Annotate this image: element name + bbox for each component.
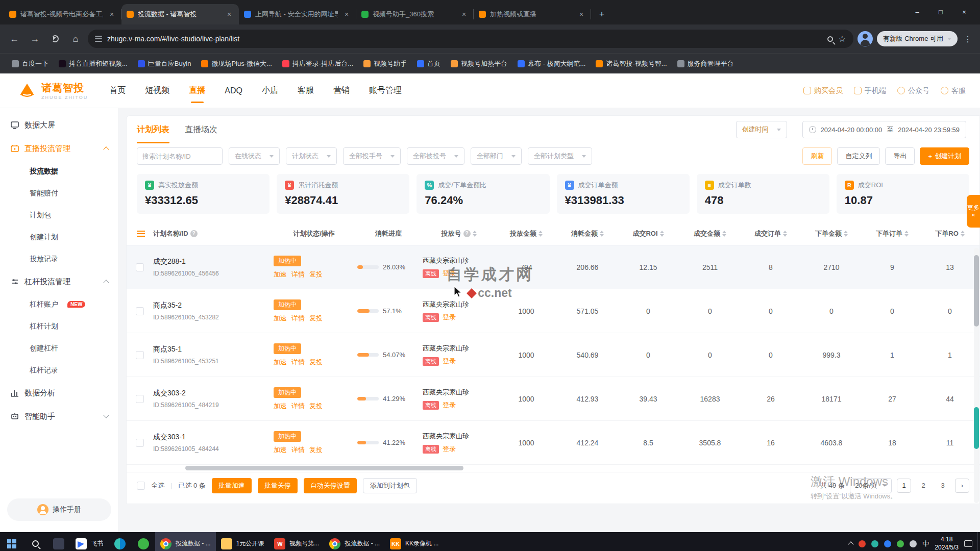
sort-icon[interactable]	[600, 231, 604, 237]
taskbar-app-wps[interactable]: W视频号第...	[269, 532, 324, 551]
taskbar-app-chrome-2[interactable]: 投流数据 - ...	[324, 532, 385, 551]
create-plan-button[interactable]: +创建计划	[920, 147, 969, 165]
browser-tab-active[interactable]: 投流数据 - 诸葛智投 ×	[121, 4, 239, 24]
info-icon[interactable]: ?	[190, 230, 198, 237]
bookmark[interactable]: 幕布 - 极简大纲笔...	[513, 57, 590, 71]
login-link[interactable]: 登录	[443, 444, 456, 454]
bookmark[interactable]: 百度一下	[7, 57, 53, 71]
detail-link[interactable]: 详情	[291, 402, 305, 411]
maximize-button[interactable]: □	[929, 3, 952, 20]
customer-service-link[interactable]: 客服	[941, 86, 966, 95]
bookmark[interactable]: 抖音直播和短视频...	[54, 57, 132, 71]
table-row[interactable]: 成交303-1ID:5896261005_484244 加热中加速详情复投 41…	[127, 421, 979, 465]
url-text[interactable]: zhuge.v-ma.com/#/live-studio/live-plan/l…	[107, 35, 822, 43]
bookmark[interactable]: 诸葛智投-视频号智...	[591, 57, 671, 71]
official-account-link[interactable]: 公众号	[897, 86, 929, 95]
re-invest-link[interactable]: 复投	[309, 270, 323, 279]
target-account-select[interactable]: 全部被投号	[407, 147, 464, 165]
plan-name[interactable]: 成交288-1	[153, 257, 274, 266]
tray-app-icon[interactable]	[910, 540, 917, 547]
bookmark[interactable]: 巨量百应Buyin	[133, 57, 196, 71]
plan-status-select[interactable]: 计划状态	[286, 147, 337, 165]
detail-link[interactable]: 详情	[291, 314, 305, 323]
re-invest-link[interactable]: 复投	[309, 358, 323, 367]
time-type-select[interactable]: 创建时间	[736, 121, 787, 138]
sidebar-item-smart-assistant[interactable]: 智能助手	[0, 405, 118, 428]
plan-name[interactable]: 成交303-1	[153, 433, 274, 442]
batch-speed-button[interactable]: 批量加速	[212, 478, 252, 493]
taskbar-clock[interactable]: 4:18 2024/5/3	[935, 536, 959, 551]
export-button[interactable]: 导出	[885, 147, 915, 165]
re-invest-link[interactable]: 复投	[309, 402, 323, 411]
tray-app-icon[interactable]	[871, 540, 878, 547]
auto-stop-settings-button[interactable]: 自动关停设置	[304, 478, 357, 493]
col-order-amount[interactable]: 下单金额	[800, 229, 863, 238]
bookmark-star-icon[interactable]: ☆	[838, 34, 846, 44]
scrollbar-thumb-highlight[interactable]	[974, 407, 979, 449]
table-row[interactable]: 商点35-2ID:5896261005_453282 加热中加速详情复投 57.…	[127, 289, 979, 333]
col-account[interactable]: 投放号?	[423, 229, 495, 238]
sort-icon[interactable]	[722, 231, 726, 237]
sidebar-item-ad-data[interactable]: 投流数据	[0, 160, 118, 182]
pinned-app-button[interactable]	[47, 532, 70, 551]
bookmark[interactable]: 视频号加热平台	[446, 57, 512, 71]
reload-button[interactable]	[47, 31, 63, 47]
sort-icon[interactable]	[660, 231, 664, 237]
select-all-label[interactable]: 全选	[151, 481, 164, 490]
profile-avatar[interactable]	[857, 31, 873, 46]
minimize-button[interactable]: –	[905, 3, 929, 20]
re-invest-link[interactable]: 复投	[309, 445, 323, 455]
taskbar-360-button[interactable]	[132, 532, 155, 551]
re-invest-link[interactable]: 复投	[309, 314, 323, 323]
table-row[interactable]: 商点35-1ID:5896261005_453251 加热中加速详情复投 54.…	[127, 333, 979, 377]
col-cost[interactable]: 消耗金额	[557, 229, 618, 238]
sidebar-item-smart-compensation[interactable]: 智能赔付	[0, 182, 118, 204]
column-settings-icon[interactable]	[137, 233, 145, 234]
sidebar-item-data-analysis[interactable]: 数据分析	[0, 381, 118, 405]
sort-icon[interactable]	[473, 231, 477, 237]
forward-button[interactable]: →	[27, 31, 43, 47]
nav-service[interactable]: 客服	[298, 73, 314, 108]
nav-home[interactable]: 首页	[109, 73, 126, 108]
col-order-roi[interactable]: 下单RO	[922, 229, 978, 238]
site-settings-icon[interactable]	[95, 36, 102, 42]
login-link[interactable]: 登录	[443, 357, 456, 366]
new-tab-button[interactable]: +	[594, 7, 609, 22]
tab-plan-list[interactable]: 计划列表	[137, 116, 169, 143]
input-method-indicator[interactable]: 中	[922, 539, 929, 548]
sidebar-item-plan-package[interactable]: 计划包	[0, 204, 118, 226]
sort-icon[interactable]	[783, 231, 787, 237]
pitcher-account-select[interactable]: 全部投手号	[343, 147, 401, 165]
taskbar-edge-button[interactable]	[108, 532, 132, 551]
login-link[interactable]: 登录	[443, 269, 456, 278]
zoom-icon[interactable]	[827, 36, 833, 42]
speed-up-link[interactable]: 加速	[274, 402, 287, 411]
nav-short-video[interactable]: 短视频	[145, 73, 169, 108]
tray-app-icon[interactable]	[884, 540, 891, 547]
sidebar-group-live-ads[interactable]: 直播投流管理	[0, 137, 118, 160]
row-checkbox[interactable]	[136, 307, 144, 315]
bookmark[interactable]: 视频号助手	[359, 57, 411, 71]
close-window-button[interactable]: ×	[952, 3, 976, 20]
taskbar-app-feishu[interactable]: 飞书	[70, 532, 108, 551]
plan-name[interactable]: 成交303-2	[153, 389, 274, 398]
tab-close-icon[interactable]: ×	[107, 10, 116, 19]
sort-icon[interactable]	[538, 231, 543, 237]
speed-up-link[interactable]: 加速	[274, 358, 287, 367]
address-bar[interactable]: zhuge.v-ma.com/#/live-studio/live-plan/l…	[88, 30, 853, 48]
page-size-select[interactable]: 20条/页	[850, 478, 892, 493]
chrome-update-button[interactable]: 有新版 Chrome 可用	[877, 31, 958, 46]
sidebar-item-lever-account[interactable]: 杠杆账户 NEW	[0, 293, 118, 315]
search-input[interactable]	[137, 147, 223, 165]
detail-link[interactable]: 详情	[291, 445, 305, 455]
row-checkbox[interactable]	[136, 351, 144, 359]
browser-tab[interactable]: 诸葛智投-视频号电商必备工具 ×	[4, 4, 121, 24]
table-row[interactable]: 成交303-2ID:5896261005_484219 加热中加速详情复投 41…	[127, 377, 979, 421]
scrollbar-thumb[interactable]	[185, 466, 463, 470]
manual-button[interactable]: 操作手册	[7, 498, 111, 521]
tab-close-icon[interactable]: ×	[225, 10, 234, 19]
col-deal-orders[interactable]: 成交订单	[741, 229, 800, 238]
next-page-button[interactable]: ›	[955, 479, 969, 493]
sidebar-item-delivery-records[interactable]: 投放记录	[0, 248, 118, 270]
browser-menu-icon[interactable]: ⋮	[962, 34, 974, 44]
